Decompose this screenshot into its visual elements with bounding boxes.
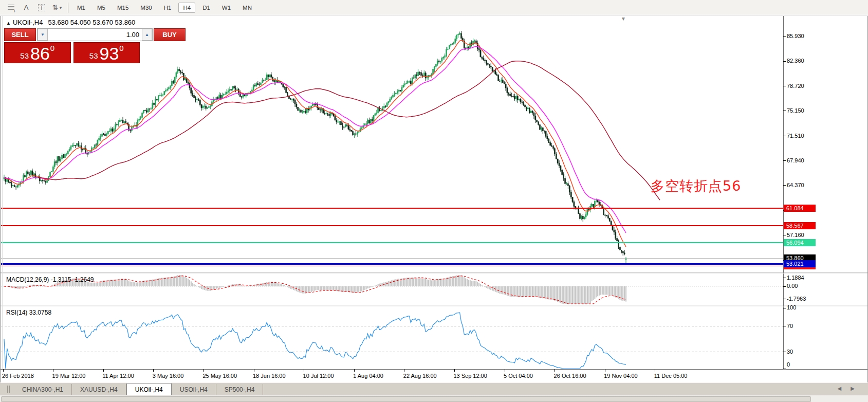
- one-click-trading-panel: SELL ▼ ▲ BUY 53860 53930: [4, 28, 140, 63]
- volume-increase-button[interactable]: ▲: [142, 29, 152, 41]
- text-label-icon: A: [24, 4, 29, 11]
- tab-bar-grip: [7, 386, 10, 393]
- volume-decrease-button[interactable]: ▼: [38, 29, 48, 41]
- bottom-tab-usoilh4[interactable]: USOil-,H4: [172, 384, 216, 395]
- bottom-tab-ukoilh4[interactable]: UKOil-,H4: [126, 383, 172, 395]
- timeframe-w1[interactable]: W1: [217, 3, 235, 13]
- text-label-tool[interactable]: A: [20, 2, 33, 13]
- text-box-tool[interactable]: T: [35, 2, 48, 13]
- tab-scroll-left-icon[interactable]: ◀: [838, 386, 851, 391]
- timeframe-d1[interactable]: D1: [198, 3, 215, 13]
- tab-list: CHINA300-,H1XAUUSD-,H4UKOil-,H4USOil-,H4…: [14, 383, 263, 395]
- mt4-window: F A T ⇅ ▾ M1M5M15M30H1H4D1W1MN SELL ▼ ▲ …: [0, 0, 868, 402]
- buy-button[interactable]: BUY: [154, 28, 186, 41]
- buy-price-display[interactable]: 53930: [73, 42, 140, 63]
- timeframe-h4[interactable]: H4: [178, 3, 195, 13]
- grid-icon: [8, 5, 14, 10]
- timeframe-m30[interactable]: M30: [136, 3, 156, 13]
- timeframe-row: M1M5M15M30H1H4D1W1MN: [72, 3, 256, 13]
- volume-input[interactable]: [48, 29, 142, 41]
- timeframe-mn[interactable]: MN: [238, 3, 256, 13]
- arrows-icon: ⇅: [52, 4, 58, 11]
- chart-grid-tool[interactable]: F: [4, 2, 17, 13]
- volume-spinner: ▼ ▲: [37, 28, 153, 41]
- sell-price-display[interactable]: 53860: [4, 42, 71, 63]
- chart-tab-bar: CHINA300-,H1XAUUSD-,H4UKOil-,H4USOil-,H4…: [0, 382, 868, 395]
- bottom-tab-xauusdh4[interactable]: XAUUSD-,H4: [72, 384, 126, 395]
- bottom-tab-china300h1[interactable]: CHINA300-,H1: [14, 384, 72, 395]
- timeframe-m5[interactable]: M5: [93, 3, 110, 13]
- tab-scroll-arrows: ◀▶: [838, 386, 864, 391]
- horizontal-scrollbar[interactable]: [0, 395, 868, 402]
- arrows-tool[interactable]: ⇅ ▾: [50, 2, 64, 13]
- grid-f-label: F: [14, 9, 16, 13]
- timeframe-h1[interactable]: H1: [159, 3, 176, 13]
- horizontal-scrollbar-thumb[interactable]: [1, 396, 811, 402]
- tab-scroll-right-icon[interactable]: ▶: [851, 386, 864, 391]
- timeframe-m1[interactable]: M1: [72, 3, 90, 13]
- bottom-tab-sp500h4[interactable]: SP500-,H4: [216, 384, 264, 395]
- text-box-icon: T: [38, 4, 46, 11]
- toolbar-separator: [68, 3, 68, 13]
- chevron-down-icon: ▾: [60, 5, 62, 10]
- toolbar: F A T ⇅ ▾ M1M5M15M30H1H4D1W1MN: [0, 0, 868, 15]
- sell-button[interactable]: SELL: [4, 28, 36, 41]
- timeframe-m15[interactable]: M15: [113, 3, 133, 13]
